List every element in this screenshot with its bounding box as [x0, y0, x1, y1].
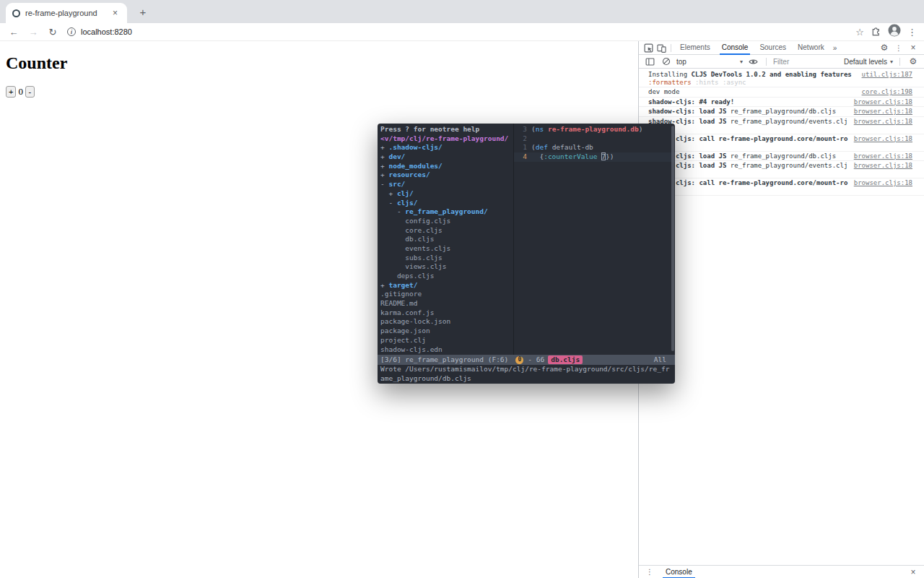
source-link[interactable]: core.cljs:198 [862, 88, 912, 96]
console-message: shadow-cljs: call re-frame-playground.co… [639, 134, 924, 152]
console-toolbar: top ▾ Default levels ▾ ⚙ [639, 55, 924, 69]
tree-item-resources[interactable]: + resources/ [380, 171, 513, 180]
editor-line: 2 [514, 134, 675, 144]
tree-item-cljs[interactable]: - cljs/ [380, 199, 513, 208]
tree-item-subs-cljs[interactable]: subs.cljs [380, 254, 513, 263]
drawer-close-icon[interactable]: × [907, 566, 920, 578]
console-message: shadow-cljs: call re-frame-playground.co… [639, 178, 924, 196]
javascript-context-select[interactable]: top ▾ [676, 58, 743, 66]
statusline-counts: - 66 [528, 355, 544, 365]
source-link[interactable]: browser.cljs:18 [854, 118, 912, 126]
source-link[interactable]: browser.cljs:18 [854, 108, 912, 116]
console-message-text: shadow-cljs: load JS re_frame_playground… [648, 108, 848, 116]
clear-console-icon[interactable] [660, 56, 673, 68]
divider [766, 58, 767, 66]
tree-item-clj[interactable]: + clj/ [380, 189, 513, 199]
devtools-drawer-bar: ⋮ Console × [639, 565, 924, 578]
editor-line: 3(ns re-frame-playground.db) [514, 125, 675, 134]
editor-line: 4 {:counterValue 7}) [514, 152, 675, 162]
tree-item-views-cljs[interactable]: views.cljs [380, 262, 513, 272]
devtools-controls: ⚙ ⋮ × [878, 42, 921, 54]
devtools-tab-sources[interactable]: Sources [754, 41, 792, 55]
statusline-warning-badge: 0 [515, 356, 523, 364]
tab-title: re-frame-playground [25, 9, 105, 17]
tree-item-gitignore[interactable]: .gitignore [380, 290, 513, 299]
more-tabs-icon[interactable]: » [830, 44, 840, 52]
back-button[interactable]: ← [7, 25, 20, 38]
tree-item-core-cljs[interactable]: core.cljs [380, 226, 513, 236]
new-tab-button[interactable]: + [136, 5, 150, 20]
devtools-tab-elements[interactable]: Elements [674, 41, 716, 55]
tree-item-events-cljs[interactable]: events.cljs [380, 244, 513, 254]
console-message: shadow-cljs: load JS re_frame_playground… [639, 117, 924, 134]
devtools-tab-network[interactable]: Network [792, 41, 830, 55]
vim-statusline: [3/6] re_frame_playground (F:6) 0 - 66 d… [378, 355, 675, 365]
terminal-panes: Press ? for neotree help <v/tmp/clj/re-f… [378, 124, 675, 355]
source-link[interactable]: browser.cljs:18 [854, 152, 912, 160]
source-link[interactable]: browser.cljs:18 [854, 162, 912, 170]
tree-item-karma-conf-js[interactable]: karma.conf.js [380, 309, 513, 318]
tree-item-config-cljs[interactable]: config.cljs [380, 217, 513, 226]
source-link[interactable]: browser.cljs:18 [854, 135, 912, 143]
console-message-text: shadow-cljs: load JS re_frame_playground… [648, 152, 848, 160]
context-value: top [676, 58, 687, 66]
device-toolbar-icon[interactable] [655, 42, 668, 54]
devtools-menu-icon[interactable]: ⋮ [892, 42, 905, 54]
extensions-icon[interactable] [871, 25, 881, 39]
terminal-scrollbar[interactable] [671, 126, 674, 351]
source-link[interactable]: browser.cljs:18 [854, 179, 912, 187]
source-link[interactable]: browser.cljs:18 [854, 98, 912, 106]
console-message-text: Installing CLJS DevTools 1.0.2 and enabl… [648, 71, 856, 86]
navbar-right-icons: ☆ ⋮ [855, 24, 917, 40]
address-bar[interactable]: i localhost:8280 [66, 25, 849, 39]
log-levels-select[interactable]: Default levels ▾ [844, 58, 893, 66]
tree-item-shadow-cljs[interactable]: + .shadow-cljs/ [380, 143, 513, 152]
console-message: dev modecore.cljs:198 [639, 87, 924, 98]
console-message: shadow-cljs: load JS re_frame_playground… [639, 107, 924, 117]
terminal-window[interactable]: Press ? for neotree help <v/tmp/clj/re-f… [378, 124, 675, 384]
tab-close-icon[interactable]: × [110, 8, 121, 19]
increment-button[interactable]: + [6, 86, 16, 98]
decrement-button[interactable]: - [25, 86, 35, 98]
console-sidebar-icon[interactable] [643, 56, 656, 68]
console-message-text: shadow-cljs: call re-frame-playground.co… [648, 135, 848, 150]
source-link[interactable]: util.cljs:187 [862, 71, 912, 79]
profile-avatar[interactable] [888, 24, 901, 40]
tree-item-package-lock-json[interactable]: package-lock.json [380, 317, 513, 327]
file-tree-pane: Press ? for neotree help <v/tmp/clj/re-f… [378, 124, 513, 355]
tree-item-re-frame-playground[interactable]: - re_frame_playground/ [380, 207, 513, 217]
page-title: Counter [6, 53, 632, 73]
drawer-menu-icon[interactable]: ⋮ [643, 566, 656, 578]
tree-item-package-json[interactable]: package.json [380, 327, 513, 336]
divider [671, 44, 671, 52]
tree-item-db-cljs[interactable]: db.cljs [380, 235, 513, 244]
devtools-settings-icon[interactable]: ⚙ [878, 42, 891, 54]
live-expression-eye-icon[interactable] [746, 56, 759, 68]
console-message-text: dev mode [648, 88, 856, 96]
tree-item-src[interactable]: - src/ [380, 180, 513, 189]
devtools-close-icon[interactable]: × [907, 42, 920, 54]
tree-item-target[interactable]: + target/ [380, 281, 513, 290]
tree-item-shadow-cljs-edn[interactable]: shadow-cljs.edn [380, 345, 513, 355]
tree-item-project-clj[interactable]: project.clj [380, 336, 513, 345]
bookmark-star-icon[interactable]: ☆ [855, 27, 864, 38]
neotree-help-line: Press ? for neotree help [380, 125, 513, 134]
forward-button[interactable]: → [27, 25, 40, 38]
console-message: shadow-cljs: #4 ready!browser.cljs:18 [639, 98, 924, 108]
inspect-element-icon[interactable] [642, 42, 655, 54]
counter-value: 0 [18, 86, 23, 98]
console-message-text: shadow-cljs: #4 ready! [648, 98, 848, 106]
browser-tab[interactable]: re-frame-playground × [6, 3, 127, 23]
site-info-icon[interactable]: i [67, 27, 76, 36]
browser-menu-icon[interactable]: ⋮ [907, 27, 917, 38]
console-settings-icon[interactable]: ⚙ [907, 56, 920, 68]
console-filter-input[interactable] [773, 58, 835, 66]
navigation-bar: ← → ↻ i localhost:8280 ☆ ⋮ [0, 23, 924, 41]
tree-item-dev[interactable]: + dev/ [380, 152, 513, 162]
tree-item-deps-cljs[interactable]: deps.cljs [380, 272, 513, 281]
reload-button[interactable]: ↻ [46, 25, 59, 38]
drawer-tab-console[interactable]: Console [659, 566, 699, 578]
tree-item-readme-md[interactable]: README.md [380, 299, 513, 309]
tree-item-node-modules[interactable]: + node_modules/ [380, 162, 513, 171]
devtools-tab-console[interactable]: Console [716, 41, 754, 55]
